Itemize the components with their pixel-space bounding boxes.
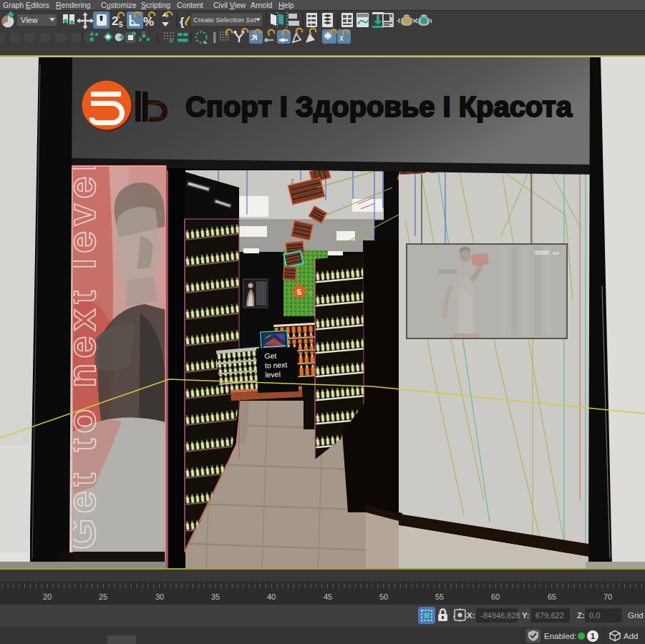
svg-text:Спорт І Здоровье І Красота: Спорт І Здоровье І Красота	[185, 91, 573, 122]
svg-text:25: 25	[99, 592, 107, 601]
svg-text:5: 5	[119, 21, 123, 29]
svg-text:679,622: 679,622	[535, 611, 564, 620]
svg-text:40: 40	[267, 592, 276, 601]
svg-text:60: 60	[491, 592, 500, 601]
svg-text:0,0: 0,0	[589, 611, 600, 620]
svg-text:Grid: Grid	[628, 611, 644, 620]
svg-text:A: A	[169, 37, 174, 44]
svg-text:Enabled:: Enabled:	[544, 632, 576, 640]
svg-text:level: level	[265, 370, 281, 379]
svg-text:1: 1	[591, 632, 595, 640]
svg-text:45: 45	[324, 592, 332, 601]
svg-text:X:: X:	[467, 611, 475, 620]
svg-text:z: z	[291, 177, 294, 185]
svg-text:20: 20	[43, 592, 52, 601]
svg-text:to next: to next	[265, 361, 288, 370]
svg-text:55: 55	[435, 592, 444, 601]
svg-text:lb: lb	[308, 291, 312, 296]
svg-text:{: {	[180, 16, 184, 28]
svg-text:5: 5	[297, 288, 302, 296]
svg-text:Create Selection Set: Create Selection Set	[193, 16, 256, 24]
svg-text:35: 35	[211, 592, 220, 601]
svg-text:30: 30	[155, 592, 164, 601]
svg-text:Y:: Y:	[522, 611, 530, 620]
svg-text:70: 70	[603, 592, 612, 601]
svg-text:Z:: Z:	[577, 611, 585, 620]
svg-text:View: View	[21, 16, 38, 24]
svg-text:65: 65	[548, 592, 556, 601]
svg-text:Get: Get	[264, 351, 276, 361]
svg-text:Add: Add	[624, 632, 638, 640]
svg-text:50: 50	[379, 592, 388, 601]
svg-text:-84946,828: -84946,828	[480, 611, 520, 620]
